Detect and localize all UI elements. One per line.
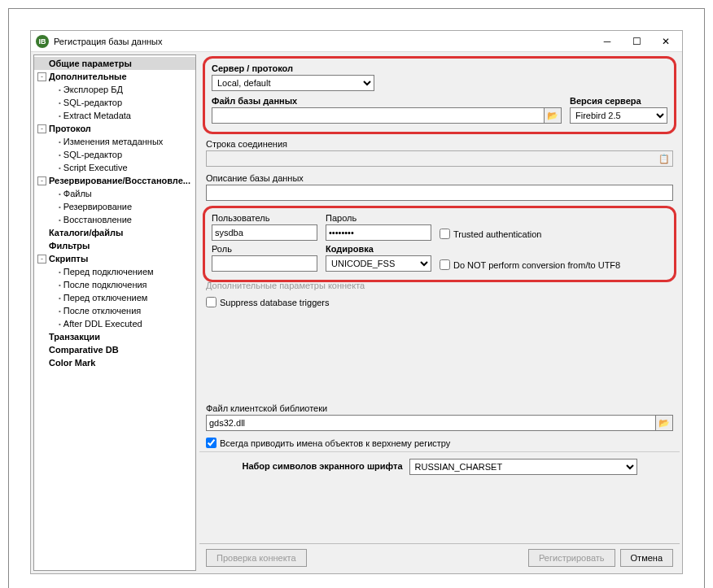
tree-item-before-connect[interactable]: •Перед подключением	[34, 265, 195, 278]
server-protocol-select[interactable]: Local, default	[212, 75, 374, 91]
register-button[interactable]: Регистрировать	[528, 549, 615, 567]
trusted-auth-checkbox[interactable]	[440, 229, 450, 239]
app-icon: IB	[36, 35, 49, 48]
tree-item-extract-metadata[interactable]: •Extract Metadata	[34, 109, 195, 122]
tree-item-restore[interactable]: •Восстановление	[34, 213, 195, 226]
tree-item-scripts[interactable]: -Скрипты	[34, 252, 195, 265]
bullet-icon: •	[59, 190, 61, 198]
suppress-triggers-checkbox[interactable]	[206, 297, 217, 307]
tree-item-before-disconnect[interactable]: •Перед отключением	[34, 291, 195, 304]
folder-icon: 📂	[547, 111, 558, 121]
bullet-icon: •	[59, 112, 61, 120]
copy-icon[interactable]: 📋	[658, 154, 670, 164]
tree-item-transactions[interactable]: Транзакции	[34, 330, 195, 343]
label-uppercase: Всегда приводить имена объектов к верхне…	[220, 438, 450, 448]
label-db-file: Файл базы данных	[212, 96, 562, 106]
sidebar-tree[interactable]: Общие параметры -Дополнительные •Эксплор…	[33, 54, 196, 571]
tree-item-after-connect[interactable]: •После подключения	[34, 278, 195, 291]
tree-item-sql-editor[interactable]: •SQL-редактор	[34, 96, 195, 109]
collapse-icon[interactable]: -	[37, 176, 46, 185]
connection-string-display: 📋	[206, 150, 673, 167]
test-connection-button[interactable]: Проверка коннекта	[206, 549, 307, 567]
server-version-select[interactable]: Firebird 2.5	[570, 107, 667, 124]
browse-button[interactable]: 📂	[544, 107, 562, 124]
label-utf8: Do NOT perform conversion from/to UTF8	[453, 260, 620, 270]
label-additional-params: Дополнительные параметры коннекта	[206, 281, 673, 290]
cancel-button[interactable]: Отмена	[620, 549, 673, 567]
tree-item-backup-restore[interactable]: -Резервирование/Восстановле...	[34, 174, 195, 187]
folder-icon: 📂	[658, 418, 670, 429]
label-encoding: Кодировка	[326, 244, 431, 254]
tree-item-script-executive[interactable]: •Script Executive	[34, 161, 195, 174]
tree-item-general[interactable]: Общие параметры	[34, 57, 195, 70]
label-trusted-auth: Trusted authentication	[453, 229, 541, 239]
user-input[interactable]	[212, 224, 317, 241]
charset-select[interactable]: RUSSIAN_CHARSET	[409, 459, 637, 475]
tree-item-comparative[interactable]: Comparative DB	[34, 343, 195, 356]
db-file-input[interactable]	[212, 107, 544, 124]
utf8-checkbox[interactable]	[440, 259, 450, 270]
label-charset: Набор символов экранного шрифта	[242, 461, 402, 471]
bullet-icon: •	[59, 151, 61, 159]
bullet-icon: •	[59, 268, 61, 276]
label-role: Роль	[212, 244, 317, 254]
bullet-icon: •	[59, 320, 61, 328]
label-db-description: Описание базы данных	[206, 173, 673, 183]
uppercase-checkbox[interactable]	[206, 438, 217, 448]
window-title: Регистрация базы данных	[54, 37, 593, 46]
label-server-version: Версия сервера	[570, 96, 667, 106]
minimize-button[interactable]: ─	[593, 32, 622, 51]
bullet-icon: •	[59, 281, 61, 289]
bullet-icon: •	[59, 99, 61, 107]
maximize-button[interactable]: ☐	[622, 32, 651, 51]
bullet-icon: •	[59, 203, 61, 211]
encoding-select[interactable]: UNICODE_FSS	[326, 255, 431, 272]
bullet-icon: •	[59, 138, 61, 146]
dialog-window: IB Регистрация базы данных ─ ☐ ✕ Общие п…	[30, 30, 683, 574]
tree-item-colormark[interactable]: Color Mark	[34, 356, 195, 369]
tree-item-metadata-changes[interactable]: •Изменения метаданных	[34, 135, 195, 148]
browse-lib-button[interactable]: 📂	[655, 415, 673, 431]
highlight-server: Сервер / протокол Local, default Файл ба…	[203, 56, 676, 134]
tree-item-filters[interactable]: Фильтры	[34, 239, 195, 252]
highlight-auth: Пользователь Пароль Trusted authenticati…	[203, 206, 676, 282]
collapse-icon[interactable]: -	[37, 124, 46, 133]
tree-item-sql-editor-2[interactable]: •SQL-редактор	[34, 148, 195, 161]
label-user: Пользователь	[212, 213, 317, 223]
collapse-icon[interactable]: -	[37, 72, 46, 81]
titlebar: IB Регистрация базы данных ─ ☐ ✕	[31, 31, 682, 52]
bullet-icon: •	[59, 86, 61, 94]
client-lib-input[interactable]	[206, 415, 655, 431]
footer: Проверка коннекта Регистрировать Отмена	[199, 543, 680, 571]
label-connection-string: Строка соединения	[206, 139, 673, 149]
label-password: Пароль	[326, 213, 431, 223]
bullet-icon: •	[59, 307, 61, 315]
tree-item-files[interactable]: •Файлы	[34, 187, 195, 200]
tree-item-backup[interactable]: •Резервирование	[34, 200, 195, 213]
label-server-protocol: Сервер / протокол	[212, 63, 667, 73]
collapse-icon[interactable]: -	[37, 255, 46, 264]
role-input[interactable]	[212, 255, 317, 272]
bullet-icon: •	[59, 164, 61, 172]
tree-item-protocol[interactable]: -Протокол	[34, 122, 195, 135]
db-description-input[interactable]	[206, 185, 673, 201]
label-client-lib: Файл клиентской библиотеки	[206, 403, 673, 413]
bullet-icon: •	[59, 216, 61, 224]
tree-item-catalogs[interactable]: Каталоги/файлы	[34, 226, 195, 239]
tree-item-after-ddl[interactable]: •After DDL Executed	[34, 317, 195, 330]
close-button[interactable]: ✕	[651, 32, 680, 51]
bullet-icon: •	[59, 294, 61, 302]
password-input[interactable]	[326, 224, 431, 241]
tree-item-additional[interactable]: -Дополнительные	[34, 70, 195, 83]
tree-item-db-explorer[interactable]: •Эксплорер БД	[34, 83, 195, 96]
label-suppress-triggers: Suppress database triggers	[220, 298, 330, 307]
tree-item-after-disconnect[interactable]: •После отключения	[34, 304, 195, 317]
